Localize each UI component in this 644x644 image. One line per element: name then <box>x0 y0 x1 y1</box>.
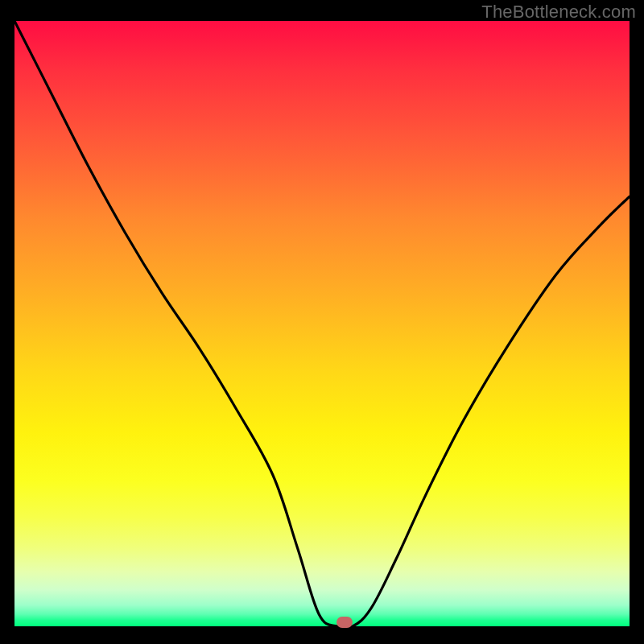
plot-area <box>14 21 630 626</box>
optimum-marker <box>336 617 353 628</box>
watermark-label: TheBottleneck.com <box>481 2 636 23</box>
bottleneck-curve-path <box>14 21 630 629</box>
curve-svg <box>14 21 630 626</box>
